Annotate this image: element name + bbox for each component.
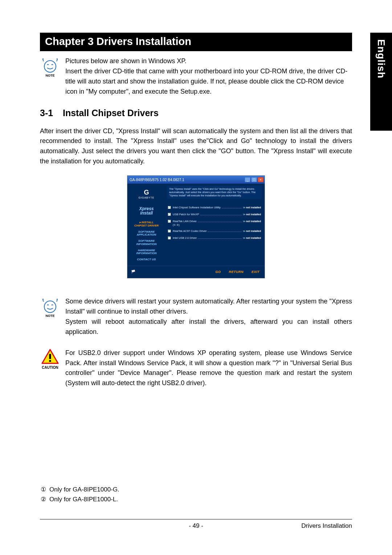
footnote-marker: ② [40,495,46,504]
page-footer: - 49 - Drivers Installation [40,519,352,530]
brand-text: GIGABYTE [139,196,155,199]
caution-label: CAUTION [42,366,58,370]
screenshot-wrap: GA-848P/865/875 1.02 B4.0827.1 _ □ × G G… [40,175,352,278]
installer-sidebar: G GIGABYTE Xpress install INSTALL CHIPSE… [127,184,166,266]
driver-checkbox[interactable] [168,229,171,233]
caution-text: For USB2.0 driver support under Windows … [65,348,352,389]
close-button[interactable]: × [258,177,264,182]
go-button[interactable]: GO [215,270,221,274]
note-icon: NOTE [40,57,60,77]
note-block-2: NOTE Some device drivers will restart yo… [40,297,352,337]
driver-status: not installed [243,237,261,240]
note2-text: Some device drivers will restart your sy… [65,297,352,337]
minimize-button[interactable]: _ [245,177,250,182]
driver-status: not installed [243,220,261,223]
caution-icon: CAUTION [40,349,60,370]
installer-description: The "Xpress Install" uses the "Click and… [167,186,262,199]
nav-software-app[interactable]: SOFTWARE APPLICATION [129,229,164,238]
section-number: 3-1 [40,108,60,118]
driver-checkbox[interactable] [168,206,171,209]
maximize-button[interactable]: □ [251,177,257,182]
note-block-1: NOTE Pictures below are shown in Windows… [40,56,352,97]
exit-button[interactable]: EXIT [252,270,260,274]
driver-list: Intel Chipset Software Installation Util… [167,204,262,241]
nav-install-chipset[interactable]: INSTALL CHIPSET DRIVER [129,220,164,229]
footnote-text: Only for GA-8IPE1000-G. [49,485,119,494]
nav-contact-us[interactable]: CONTACT US [129,257,164,263]
flag-icon: 🏳️ [131,270,135,274]
window-title: GA-848P/865/875 1.02 B4.0827.1 [130,178,245,182]
installer-window: GA-848P/865/875 1.02 B4.0827.1 _ □ × G G… [127,175,265,278]
nav-software-info[interactable]: SOFTWARE INFORMATION [129,238,164,248]
footnote-marker: ① [40,485,46,494]
driver-checkbox[interactable] [168,236,171,240]
driver-status: not installed [243,230,261,233]
gigabyte-logo-icon: G [144,189,149,196]
driver-name: RealTek LAN Driver [173,220,197,223]
driver-status: not installed [243,206,261,209]
svg-rect-3 [49,360,51,362]
driver-name: Intel USB 2.0 Driver [173,236,197,240]
footnotes: ① Only for GA-8IPE1000-G. ② Only for GA-… [40,485,119,504]
caution-block: CAUTION For USB2.0 driver support under … [40,348,352,389]
driver-status: not installed [243,213,261,216]
driver-checkbox[interactable] [168,213,171,216]
section-heading: 3-1 Install Chipset Drivers [40,108,352,118]
svg-rect-2 [49,354,51,359]
svg-point-0 [44,61,56,72]
note-label: NOTE [45,74,54,77]
driver-sub: (① ②) [173,224,261,227]
footnote-text: Only for GA-8IPE1000-L. [49,495,118,504]
footnote-1: ① Only for GA-8IPE1000-G. [40,485,119,494]
driver-row: USB Patch for WinXP not installed [168,211,261,218]
note-icon: NOTE [40,297,60,318]
section-body: After insert the driver CD, "Xpress Inst… [40,126,352,167]
driver-row: Intel USB 2.0 Driver not installed [168,234,261,241]
driver-name: USB Patch for WinXP [173,213,199,216]
chapter-title: Chapter 3 Drivers Installation [45,36,191,47]
svg-point-1 [44,301,56,313]
return-button[interactable]: RETURN [229,270,244,274]
section-title: Install Chipset Drivers [63,108,159,118]
note-label: NOTE [45,314,54,318]
installer-bottom-bar: 🏳️ GO RETURN EXIT [127,266,265,278]
driver-row: RealTek AC97 Codec Driver not installed [168,228,261,234]
page-number: - 49 - [40,522,352,530]
driver-row: Intel Chipset Software Installation Util… [168,204,261,211]
installer-main: The "Xpress Install" uses the "Click and… [166,184,265,266]
driver-checkbox[interactable] [168,220,171,223]
driver-name: Intel Chipset Software Installation Util… [173,206,221,209]
footnote-2: ② Only for GA-8IPE1000-L. [40,495,119,504]
chapter-title-bar: Chapter 3 Drivers Installation [40,33,352,51]
nav-hardware-info[interactable]: HARDWARE INFORMATION [129,248,164,257]
note1-text: Pictures below are shown in Windows XP. … [65,56,352,97]
driver-name: RealTek AC97 Codec Driver [173,229,207,233]
window-titlebar: GA-848P/865/875 1.02 B4.0827.1 _ □ × [127,176,265,184]
xpress-install-logo: Xpress install [139,207,154,215]
